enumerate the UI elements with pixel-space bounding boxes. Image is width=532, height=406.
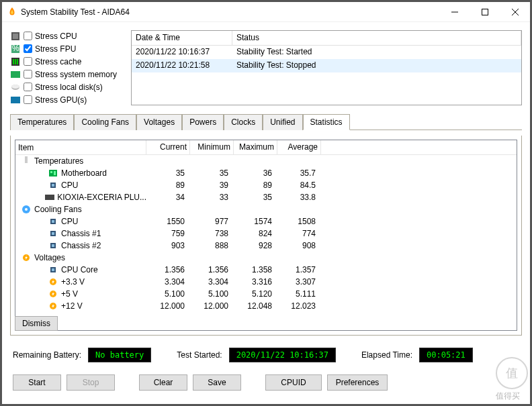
stat-max: 12.048 (234, 301, 277, 311)
svg-rect-18 (25, 156, 28, 163)
log-row[interactable]: 2020/11/22 10:16:37Stability Test: Start… (132, 46, 521, 59)
stress-checkbox[interactable] (24, 70, 32, 79)
dismiss-button[interactable]: Dismiss (15, 316, 58, 331)
tab-voltages[interactable]: Voltages (136, 114, 182, 130)
stress-label: Stress local disk(s) (35, 83, 103, 92)
log-header-datetime[interactable]: Date & Time (132, 31, 232, 45)
stat-row[interactable]: CPU Core1.3561.3561.3581.357 (15, 264, 517, 276)
stat-row[interactable]: KIOXIA-EXCERIA PLU...34333533.8 (15, 191, 517, 203)
cpu-icon (48, 181, 58, 190)
stat-row[interactable]: +5 V5.1005.1005.1205.111 (15, 288, 517, 300)
stat-max: 1.358 (234, 265, 277, 274)
svg-rect-30 (52, 220, 54, 223)
stress-label: Stress FPU (35, 44, 76, 54)
stop-button[interactable]: Stop (66, 374, 115, 391)
stat-row[interactable]: CPU89398984.5 (15, 179, 517, 191)
stress-option[interactable]: %Stress FPU (10, 43, 126, 54)
svg-rect-37 (52, 268, 54, 271)
stress-option[interactable]: Stress local disk(s) (10, 81, 126, 93)
stat-current: 3.304 (146, 277, 190, 287)
stress-label: Stress GPU(s) (35, 95, 87, 105)
stress-option[interactable]: Stress system memory (10, 68, 126, 80)
clear-button[interactable]: Clear (139, 374, 187, 391)
svg-rect-16 (11, 97, 20, 103)
stress-icon (10, 31, 21, 42)
stat-max: 928 (234, 241, 277, 250)
stat-row[interactable]: CPU155097715741508 (15, 215, 517, 227)
col-maximum[interactable]: Maximum (234, 140, 277, 154)
svg-rect-32 (52, 232, 54, 235)
col-current[interactable]: Current (146, 140, 190, 154)
col-minimum[interactable]: Minimum (190, 140, 234, 154)
stat-label: CPU Core (61, 265, 98, 274)
stress-icon (10, 95, 21, 105)
stat-row[interactable]: Motherboard35353635.7 (15, 167, 517, 179)
stat-max: 89 (234, 181, 277, 190)
stat-avg: 1508 (277, 217, 321, 226)
stress-option[interactable]: Stress cache (10, 56, 126, 67)
tab-statistics[interactable]: Statistics (303, 114, 350, 130)
stat-group[interactable]: Cooling Fans (15, 203, 517, 215)
log-header-status[interactable]: Status (232, 31, 521, 45)
stress-checkbox[interactable] (24, 95, 32, 104)
svg-rect-21 (50, 171, 52, 173)
cpuid-button[interactable]: CPUID (265, 374, 322, 391)
stat-row[interactable]: Chassis #1759738824774 (15, 227, 517, 240)
stat-max: 3.316 (234, 277, 277, 287)
stress-checkbox[interactable] (24, 44, 32, 53)
stat-group[interactable]: Voltages (15, 252, 517, 264)
stat-avg: 33.8 (277, 193, 321, 202)
tab-bar: TemperaturesCooling FansVoltagesPowersCl… (10, 113, 522, 130)
stat-group[interactable]: Temperatures (15, 155, 517, 167)
save-button[interactable]: Save (193, 374, 241, 391)
stat-row[interactable]: +3.3 V3.3043.3043.3163.307 (15, 276, 517, 288)
stress-checkbox[interactable] (24, 83, 32, 91)
col-item[interactable]: Item (15, 140, 146, 154)
tab-temperatures[interactable]: Temperatures (10, 114, 74, 130)
stat-row[interactable]: +12 V12.00012.00012.04812.023 (15, 300, 517, 312)
stress-options: Stress CPU%Stress FPUStress cacheStress … (10, 30, 126, 105)
stat-max: 35 (234, 193, 277, 202)
minimize-button[interactable] (439, 2, 470, 21)
stress-option[interactable]: Stress CPU (10, 30, 126, 42)
svg-point-15 (11, 85, 19, 89)
content-area: Stress CPU%Stress FPUStress cacheStress … (2, 22, 530, 404)
stat-current: 89 (146, 181, 190, 190)
stat-label: Chassis #1 (61, 229, 101, 238)
tab-powers[interactable]: Powers (182, 114, 224, 130)
window-title: System Stability Test - AIDA64 (21, 7, 439, 17)
col-average[interactable]: Average (277, 140, 321, 154)
battery-value: No battery (88, 348, 151, 362)
tab-clocks[interactable]: Clocks (224, 114, 263, 130)
stat-avg: 908 (277, 241, 321, 250)
stress-label: Stress system memory (35, 70, 117, 79)
stat-label: Cooling Fans (34, 205, 82, 214)
stat-min: 35 (190, 168, 234, 178)
close-button[interactable] (500, 2, 530, 21)
stress-icon (10, 56, 21, 67)
svg-rect-10 (15, 59, 16, 64)
svg-rect-1 (482, 9, 488, 15)
log-row[interactable]: 2020/11/22 10:21:58Stability Test: Stopp… (132, 59, 521, 72)
stat-label: Chassis #2 (61, 241, 101, 250)
titlebar[interactable]: System Stability Test - AIDA64 (2, 2, 530, 22)
stat-min: 977 (190, 217, 234, 226)
maximize-button[interactable] (470, 2, 500, 21)
stress-option[interactable]: Stress GPU(s) (10, 94, 126, 105)
stress-checkbox[interactable] (24, 32, 32, 40)
stat-min: 738 (190, 229, 234, 238)
stress-checkbox[interactable] (24, 57, 32, 66)
cpu-icon (48, 229, 58, 238)
svg-text:%: % (12, 45, 19, 53)
stat-min: 888 (190, 241, 234, 250)
elapsed-value: 00:05:21 (419, 348, 473, 362)
start-button[interactable]: Start (13, 374, 61, 391)
preferences-button[interactable]: Preferences (327, 374, 388, 391)
stat-avg: 35.7 (277, 168, 321, 178)
stat-current: 34 (146, 193, 190, 202)
volt-icon (48, 289, 58, 299)
stat-row[interactable]: Chassis #2903888928908 (15, 240, 517, 252)
tab-cooling-fans[interactable]: Cooling Fans (74, 114, 136, 130)
stat-label: Temperatures (34, 156, 83, 166)
tab-unified[interactable]: Unified (263, 114, 302, 130)
